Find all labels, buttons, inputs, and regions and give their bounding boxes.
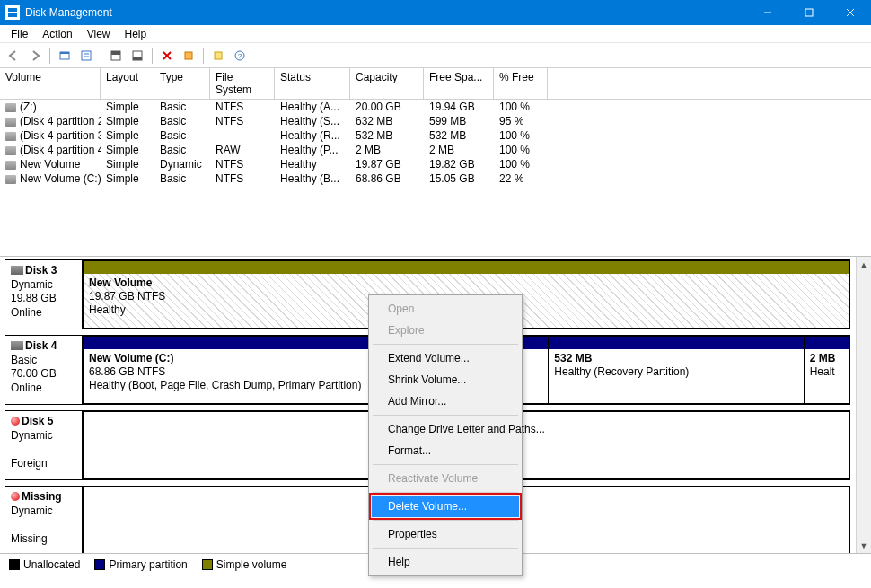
ctx-help[interactable]: Help — [372, 551, 519, 573]
menu-help[interactable]: Help — [118, 26, 154, 42]
cell: Healthy — [275, 157, 350, 171]
action2-icon[interactable] — [208, 46, 228, 66]
disk5-type: Dynamic — [11, 429, 53, 442]
volume-row[interactable]: (Disk 4 partition 4)SimpleBasicRAWHealth… — [0, 143, 871, 157]
ctx-reactivate-volume[interactable]: Reactivate Volume — [372, 468, 519, 489]
disk-label-disk3[interactable]: Disk 3 Dynamic 19.88 GB Online — [5, 260, 83, 329]
ctx-extend-volume[interactable]: Extend Volume... — [372, 347, 519, 369]
cell — [210, 128, 275, 143]
cell: (Disk 4 partition 4) — [0, 143, 101, 157]
ctx-change-drive-letter[interactable]: Change Drive Letter and Paths... — [372, 418, 519, 440]
svg-rect-17 — [185, 52, 192, 59]
svg-rect-1 — [8, 13, 17, 17]
disk3-size: 19.88 GB — [11, 292, 57, 304]
disk-label-disk4[interactable]: Disk 4 Basic 70.00 GB Online — [5, 336, 83, 404]
delete-icon[interactable] — [157, 46, 177, 66]
scroll-down-icon[interactable]: ▼ — [857, 538, 871, 553]
menu-action[interactable]: Action — [35, 26, 79, 42]
warning-icon — [11, 492, 20, 501]
missing-type: Dynamic — [11, 505, 53, 517]
refresh-icon[interactable] — [55, 46, 75, 66]
help-icon[interactable]: ? — [230, 46, 250, 66]
col-filesystem[interactable]: File System — [210, 68, 275, 99]
cell: Simple — [101, 100, 154, 114]
disk5-status: Foreign — [11, 457, 48, 470]
svg-rect-12 — [111, 51, 120, 55]
cell: 2 MB — [424, 143, 494, 157]
part-status: Healt — [810, 365, 844, 379]
col-capacity[interactable]: Capacity — [350, 68, 424, 99]
view-top-icon[interactable] — [106, 46, 126, 66]
disk-icon — [11, 266, 23, 275]
cell: Healthy (S... — [275, 114, 350, 128]
cell: Healthy (P... — [275, 143, 350, 157]
svg-rect-0 — [8, 8, 17, 12]
missing-name: Missing — [22, 490, 62, 503]
ctx-delete-volume[interactable]: Delete Volume... — [372, 496, 519, 517]
cell: Dynamic — [154, 157, 210, 171]
band-primary — [805, 337, 849, 349]
volume-row[interactable]: (Disk 4 partition 2)SimpleBasicNTFSHealt… — [0, 114, 871, 128]
cell: NTFS — [210, 157, 275, 171]
volume-row[interactable]: New Volume (C:)SimpleBasicNTFSHealthy (B… — [0, 171, 871, 186]
volume-row[interactable]: (Z:)SimpleBasicNTFSHealthy (A...20.00 GB… — [0, 100, 871, 114]
volume-icon — [5, 161, 16, 170]
ctx-shrink-volume[interactable]: Shrink Volume... — [372, 369, 519, 391]
part-title: 532 MB — [554, 352, 797, 365]
cell: (Disk 4 partition 2) — [0, 114, 101, 128]
ctx-format[interactable]: Format... — [372, 440, 519, 461]
cell: 532 MB — [350, 128, 424, 143]
forward-button[interactable] — [25, 46, 45, 66]
app-icon — [5, 5, 20, 20]
cell: Basic — [154, 143, 210, 157]
volume-row[interactable]: (Disk 4 partition 3)SimpleBasicHealthy (… — [0, 128, 871, 143]
menu-file[interactable]: File — [4, 26, 35, 42]
part-status: Healthy (Recovery Partition) — [554, 365, 797, 379]
cell: 100 % — [494, 143, 548, 157]
cell: 100 % — [494, 128, 548, 143]
view-bottom-icon[interactable] — [128, 46, 147, 66]
volume-row[interactable]: New VolumeSimpleDynamicNTFSHealthy19.87 … — [0, 157, 871, 171]
cell: 19.87 GB — [350, 157, 424, 171]
minimize-button[interactable] — [747, 0, 788, 25]
menu-view[interactable]: View — [80, 26, 118, 42]
cell: 68.86 GB — [350, 171, 424, 186]
properties-icon[interactable] — [76, 46, 96, 66]
cell: 22 % — [494, 171, 548, 186]
col-layout[interactable]: Layout — [101, 68, 154, 99]
cell: 19.94 GB — [424, 100, 494, 114]
cell: Healthy (B... — [275, 171, 350, 186]
cell: NTFS — [210, 171, 275, 186]
col-pct-free[interactable]: % Free — [494, 68, 548, 99]
warning-icon — [11, 417, 20, 426]
disk-label-missing[interactable]: Missing Dynamic Missing — [5, 487, 83, 553]
svg-rect-8 — [82, 51, 91, 60]
close-button[interactable] — [830, 0, 871, 25]
volume-list[interactable]: Volume Layout Type File System Status Ca… — [0, 68, 871, 257]
disk4-partition-recovery[interactable]: 532 MB Healthy (Recovery Partition) — [548, 336, 804, 404]
disk-label-disk5[interactable]: Disk 5 Dynamic Foreign — [5, 411, 83, 479]
col-type[interactable]: Type — [154, 68, 210, 99]
ctx-explore[interactable]: Explore — [372, 320, 519, 341]
cell: Basic — [154, 128, 210, 143]
disk4-status: Online — [11, 382, 42, 394]
col-status[interactable]: Status — [275, 68, 350, 99]
volume-icon — [5, 103, 16, 112]
back-button[interactable] — [4, 46, 23, 66]
cell: 19.82 GB — [424, 157, 494, 171]
col-free[interactable]: Free Spa... — [424, 68, 494, 99]
legend-primary: Primary partition — [94, 558, 187, 571]
vertical-scrollbar[interactable]: ▲ ▼ — [856, 257, 871, 553]
ctx-open[interactable]: Open — [372, 298, 519, 320]
window-title: Disk Management — [25, 6, 747, 19]
cell: New Volume (C:) — [0, 171, 101, 186]
part-title: New Volume — [89, 276, 844, 290]
legend-simple: Simple volume — [202, 558, 287, 571]
maximize-button[interactable] — [788, 0, 830, 25]
ctx-properties[interactable]: Properties — [372, 523, 519, 545]
scroll-up-icon[interactable]: ▲ — [857, 257, 871, 272]
col-volume[interactable]: Volume — [0, 68, 101, 99]
action1-icon[interactable] — [179, 46, 198, 66]
ctx-add-mirror[interactable]: Add Mirror... — [372, 391, 519, 412]
disk4-partition-small[interactable]: 2 MB Healt — [804, 336, 850, 404]
